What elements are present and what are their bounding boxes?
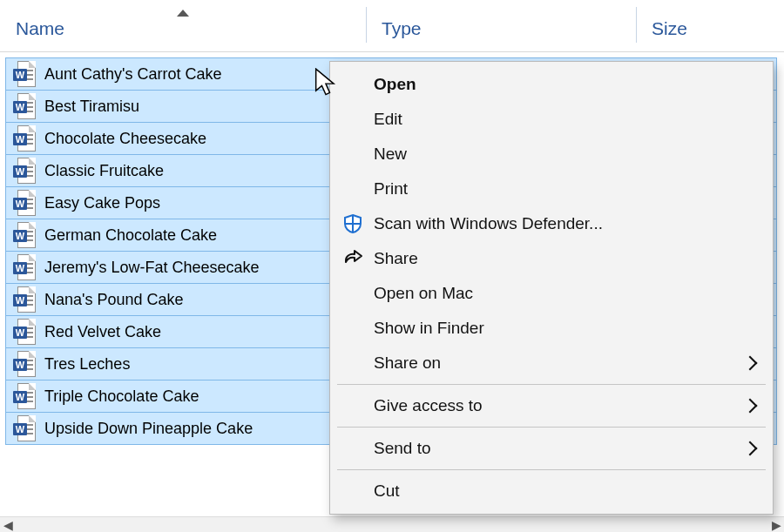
- column-header-size-label: Size: [652, 18, 687, 38]
- menu-share[interactable]: Share: [332, 241, 771, 276]
- file-name-label: Best Tiramisu: [44, 98, 139, 116]
- file-name-label: Red Velvet Cake: [44, 323, 161, 341]
- file-name-label: Tres Leches: [44, 355, 130, 374]
- file-name-label: Upside Down Pineapple Cake: [44, 420, 253, 438]
- submenu-chevron-icon: [743, 399, 758, 414]
- column-header-size[interactable]: Size: [636, 18, 784, 39]
- menu-cut-label: Cut: [374, 481, 400, 501]
- menu-edit-label: Edit: [374, 110, 402, 129]
- menu-separator: [337, 469, 766, 470]
- file-name-label: Nana's Pound Cake: [44, 291, 184, 309]
- menu-open-on-mac-label: Open on Mac: [374, 284, 473, 303]
- file-name-label: Chocolate Cheesecake: [44, 130, 206, 148]
- menu-show-in-finder[interactable]: Show in Finder: [332, 311, 771, 346]
- word-document-icon: W: [13, 158, 36, 184]
- menu-give-access-to-label: Give access to: [374, 396, 483, 415]
- column-headers-row: Name Type Size: [0, 0, 784, 52]
- horizontal-scrollbar[interactable]: ◀ ▶: [0, 516, 784, 532]
- submenu-chevron-icon: [743, 356, 758, 371]
- column-header-type-label: Type: [382, 18, 422, 38]
- defender-shield-icon: [342, 213, 363, 234]
- column-header-name[interactable]: Name: [0, 18, 366, 39]
- menu-new[interactable]: New: [332, 137, 771, 172]
- context-menu: Open Edit New Print Scan with Windows De…: [329, 61, 774, 515]
- file-name-label: Jeremy's Low-Fat Cheesecake: [44, 259, 260, 277]
- menu-share-on[interactable]: Share on: [332, 346, 771, 380]
- word-document-icon: W: [13, 415, 36, 441]
- submenu-chevron-icon: [743, 441, 758, 456]
- menu-share-label: Share: [374, 249, 418, 268]
- column-header-name-label: Name: [16, 18, 64, 38]
- word-document-icon: W: [13, 286, 36, 313]
- menu-edit[interactable]: Edit: [332, 102, 771, 137]
- word-document-icon: W: [13, 222, 36, 248]
- file-name-label: Easy Cake Pops: [44, 194, 160, 212]
- menu-show-in-finder-label: Show in Finder: [374, 319, 484, 338]
- file-name-label: Classic Fruitcake: [44, 162, 164, 180]
- file-name-label: Aunt Cathy's Carrot Cake: [44, 65, 222, 84]
- word-document-icon: W: [13, 351, 36, 377]
- menu-give-access-to[interactable]: Give access to: [332, 388, 771, 423]
- scroll-right-arrow-icon[interactable]: ▶: [768, 518, 784, 532]
- word-document-icon: W: [13, 383, 36, 409]
- menu-send-to[interactable]: Send to: [332, 431, 771, 466]
- file-name-label: Triple Chocolate Cake: [44, 387, 199, 406]
- word-document-icon: W: [13, 319, 36, 345]
- menu-print-label: Print: [374, 179, 408, 199]
- sort-ascending-icon: [177, 10, 189, 17]
- column-header-type[interactable]: Type: [366, 18, 636, 39]
- word-document-icon: W: [13, 61, 36, 87]
- share-arrow-icon: [342, 248, 363, 269]
- menu-scan-defender[interactable]: Scan with Windows Defender...: [332, 206, 771, 241]
- menu-cut[interactable]: Cut: [332, 474, 771, 508]
- menu-separator: [337, 384, 766, 385]
- word-document-icon: W: [13, 93, 36, 119]
- word-document-icon: W: [13, 254, 36, 280]
- menu-open-on-mac[interactable]: Open on Mac: [332, 276, 771, 311]
- menu-print[interactable]: Print: [332, 172, 771, 206]
- menu-separator: [337, 427, 766, 428]
- menu-share-on-label: Share on: [374, 354, 441, 373]
- scroll-left-arrow-icon[interactable]: ◀: [0, 518, 16, 532]
- word-document-icon: W: [13, 125, 36, 152]
- menu-scan-defender-label: Scan with Windows Defender...: [374, 214, 603, 233]
- menu-new-label: New: [374, 145, 407, 164]
- file-name-label: German Chocolate Cake: [44, 226, 217, 245]
- menu-open[interactable]: Open: [332, 67, 771, 102]
- menu-open-label: Open: [374, 75, 416, 94]
- menu-send-to-label: Send to: [374, 439, 431, 458]
- word-document-icon: W: [13, 190, 36, 216]
